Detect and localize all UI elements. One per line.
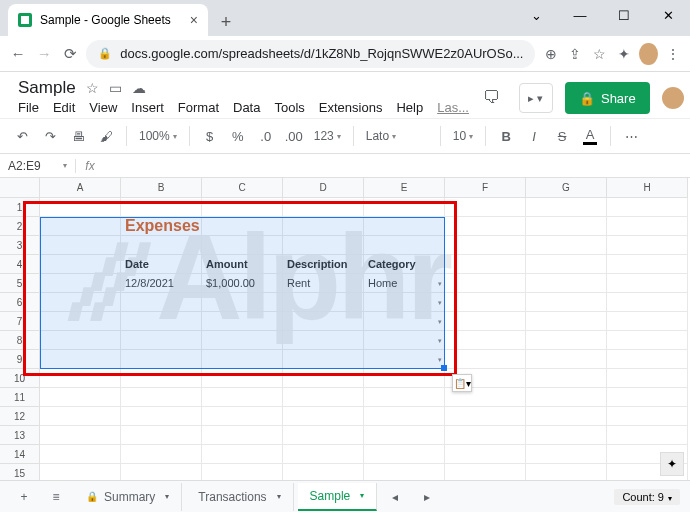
row-header-13[interactable]: 13 bbox=[0, 426, 40, 445]
cell-E1[interactable] bbox=[364, 198, 445, 217]
star-icon[interactable]: ☆ bbox=[86, 80, 99, 96]
cell-C1[interactable] bbox=[202, 198, 283, 217]
tab-summary[interactable]: 🔒Summary bbox=[74, 483, 182, 511]
percent-button[interactable]: % bbox=[226, 124, 250, 148]
cell-G11[interactable] bbox=[526, 388, 607, 407]
col-header-A[interactable]: A bbox=[40, 178, 121, 198]
cell-H9[interactable] bbox=[607, 350, 688, 369]
cell-G4[interactable] bbox=[526, 255, 607, 274]
bookmark-icon[interactable]: ☆ bbox=[590, 43, 608, 65]
text-color-button[interactable]: A bbox=[578, 124, 602, 148]
cell-G2[interactable] bbox=[526, 217, 607, 236]
cell-A11[interactable] bbox=[40, 388, 121, 407]
select-all-corner[interactable] bbox=[0, 178, 40, 198]
cell-G14[interactable] bbox=[526, 445, 607, 464]
cell-H13[interactable] bbox=[607, 426, 688, 445]
cell-E13[interactable] bbox=[364, 426, 445, 445]
move-icon[interactable]: ▭ bbox=[109, 80, 122, 96]
comments-icon[interactable]: 🗨 bbox=[477, 83, 507, 113]
search-icon[interactable]: ⊕ bbox=[541, 43, 559, 65]
close-window-button[interactable]: ✕ bbox=[646, 0, 690, 30]
cell-D12[interactable] bbox=[283, 407, 364, 426]
cell-G13[interactable] bbox=[526, 426, 607, 445]
cell-B12[interactable] bbox=[121, 407, 202, 426]
cell-C13[interactable] bbox=[202, 426, 283, 445]
add-sheet-button[interactable]: + bbox=[10, 484, 38, 510]
row-header-8[interactable]: 8 bbox=[0, 331, 40, 350]
cell-F4[interactable] bbox=[445, 255, 526, 274]
cell-B10[interactable] bbox=[121, 369, 202, 388]
explore-button[interactable]: ✦ bbox=[660, 452, 684, 476]
undo-button[interactable]: ↶ bbox=[10, 124, 34, 148]
address-bar[interactable]: 🔒 docs.google.com/spreadsheets/d/1kZ8Nb_… bbox=[86, 40, 535, 68]
forward-button[interactable]: → bbox=[34, 42, 54, 66]
cell-A13[interactable] bbox=[40, 426, 121, 445]
row-header-1[interactable]: 1 bbox=[0, 198, 40, 217]
cell-C10[interactable] bbox=[202, 369, 283, 388]
cloud-status-icon[interactable]: ☁ bbox=[132, 80, 146, 96]
scroll-tabs-right[interactable]: ▸ bbox=[413, 484, 441, 510]
cell-H11[interactable] bbox=[607, 388, 688, 407]
cell-H2[interactable] bbox=[607, 217, 688, 236]
cell-E14[interactable] bbox=[364, 445, 445, 464]
row-header-6[interactable]: 6 bbox=[0, 293, 40, 312]
zoom-combo[interactable]: 100% bbox=[135, 129, 181, 143]
currency-button[interactable]: $ bbox=[198, 124, 222, 148]
row-header-3[interactable]: 3 bbox=[0, 236, 40, 255]
share-button[interactable]: 🔒 Share bbox=[565, 82, 650, 114]
back-button[interactable]: ← bbox=[8, 42, 28, 66]
profile-avatar[interactable] bbox=[639, 43, 657, 65]
col-header-C[interactable]: C bbox=[202, 178, 283, 198]
col-header-H[interactable]: H bbox=[607, 178, 688, 198]
tab-transactions[interactable]: Transactions bbox=[186, 483, 293, 511]
chevron-down-icon[interactable]: ⌄ bbox=[514, 0, 558, 30]
document-title[interactable]: Sample bbox=[18, 78, 76, 98]
cell-A1[interactable] bbox=[40, 198, 121, 217]
cell-H7[interactable] bbox=[607, 312, 688, 331]
minimize-button[interactable]: — bbox=[558, 0, 602, 30]
cell-H5[interactable] bbox=[607, 274, 688, 293]
increase-decimal-button[interactable]: .00 bbox=[282, 124, 306, 148]
font-family-combo[interactable]: Lato bbox=[362, 129, 432, 143]
cell-A12[interactable] bbox=[40, 407, 121, 426]
extensions-icon[interactable]: ✦ bbox=[615, 43, 633, 65]
font-size-combo[interactable]: 10 bbox=[449, 129, 477, 143]
close-tab-icon[interactable]: × bbox=[190, 12, 198, 28]
row-header-11[interactable]: 11 bbox=[0, 388, 40, 407]
cell-C14[interactable] bbox=[202, 445, 283, 464]
status-count[interactable]: Count: 9 bbox=[614, 489, 680, 505]
cell-F14[interactable] bbox=[445, 445, 526, 464]
col-header-D[interactable]: D bbox=[283, 178, 364, 198]
cell-H10[interactable] bbox=[607, 369, 688, 388]
cell-B1[interactable] bbox=[121, 198, 202, 217]
cell-G9[interactable] bbox=[526, 350, 607, 369]
share-link-icon[interactable]: ⇪ bbox=[566, 43, 584, 65]
maximize-button[interactable]: ☐ bbox=[602, 0, 646, 30]
format-number-combo[interactable]: 123 bbox=[310, 129, 345, 143]
cell-G5[interactable] bbox=[526, 274, 607, 293]
paint-format-button[interactable]: 🖌 bbox=[94, 124, 118, 148]
kebab-menu-icon[interactable]: ⋮ bbox=[664, 43, 682, 65]
cell-G7[interactable] bbox=[526, 312, 607, 331]
menu-data[interactable]: Data bbox=[233, 100, 260, 115]
cell-F2[interactable] bbox=[445, 217, 526, 236]
redo-button[interactable]: ↷ bbox=[38, 124, 62, 148]
cell-H8[interactable] bbox=[607, 331, 688, 350]
row-header-12[interactable]: 12 bbox=[0, 407, 40, 426]
name-box[interactable]: A2:E9 bbox=[0, 159, 76, 173]
cell-G8[interactable] bbox=[526, 331, 607, 350]
cell-B14[interactable] bbox=[121, 445, 202, 464]
decrease-decimal-button[interactable]: .0 bbox=[254, 124, 278, 148]
cell-H3[interactable] bbox=[607, 236, 688, 255]
row-header-7[interactable]: 7 bbox=[0, 312, 40, 331]
cell-H6[interactable] bbox=[607, 293, 688, 312]
cell-C12[interactable] bbox=[202, 407, 283, 426]
cell-F3[interactable] bbox=[445, 236, 526, 255]
cell-B11[interactable] bbox=[121, 388, 202, 407]
new-tab-button[interactable]: + bbox=[212, 8, 240, 36]
all-sheets-button[interactable]: ≡ bbox=[42, 484, 70, 510]
browser-tab[interactable]: Sample - Google Sheets × bbox=[8, 4, 208, 36]
cell-D11[interactable] bbox=[283, 388, 364, 407]
menu-help[interactable]: Help bbox=[396, 100, 423, 115]
row-header-10[interactable]: 10 bbox=[0, 369, 40, 388]
